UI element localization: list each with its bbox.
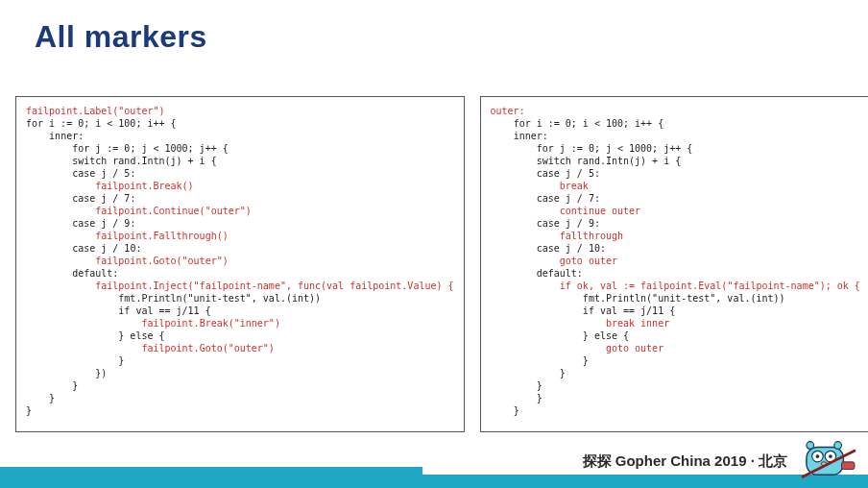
code-panels: failpoint.Label("outer") for i := 0; i <…: [15, 96, 853, 432]
svg-point-7: [834, 442, 842, 450]
gopher-mascot-icon: [801, 434, 856, 482]
svg-point-6: [807, 442, 814, 450]
code-right: outer: for i := 0; i < 100; i++ { inner:…: [491, 105, 860, 417]
footer-accent-bar: [0, 467, 422, 475]
slide-title: All markers: [35, 19, 207, 55]
code-left: failpoint.Label("outer") for i := 0; i <…: [26, 105, 454, 417]
slide: All markers failpoint.Label("outer") for…: [0, 0, 868, 488]
code-panel-right: outer: for i := 0; i < 100; i++ { inner:…: [480, 96, 868, 432]
svg-rect-9: [841, 462, 854, 470]
svg-point-3: [816, 454, 820, 458]
footer-bar: [0, 475, 868, 488]
footer-text: 探探 Gopher China 2019 · 北京: [583, 452, 787, 471]
svg-point-4: [829, 454, 832, 458]
code-panel-left: failpoint.Label("outer") for i := 0; i <…: [15, 96, 465, 432]
